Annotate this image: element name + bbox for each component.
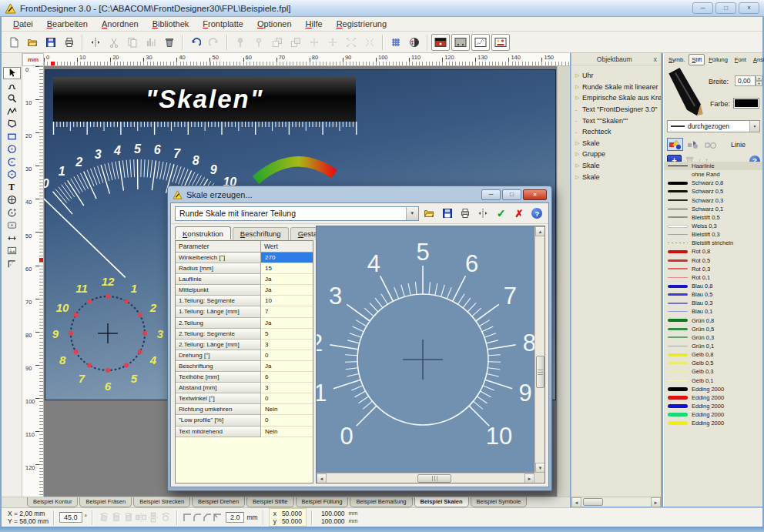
text-tool[interactable]: T <box>3 182 21 194</box>
rotate-left-icon[interactable] <box>110 512 122 523</box>
parameter-value-cell[interactable]: 0 <box>261 415 313 426</box>
bottom-tab[interactable]: Beispiel Kontur <box>27 497 78 507</box>
bottom-tab[interactable]: Beispiel Symbole <box>471 497 528 507</box>
parameter-value-cell[interactable]: 270 <box>261 253 313 263</box>
dialog-maximize-button[interactable]: □ <box>502 189 521 200</box>
table-row[interactable]: 2.Teilung: Länge [mm] 3 <box>176 340 313 350</box>
tree-expand-icon[interactable]: - <box>575 129 582 135</box>
pin-button[interactable] <box>231 34 250 51</box>
parameter-value-cell[interactable]: 7 <box>261 306 313 317</box>
menu-item[interactable]: Anordnen <box>95 18 146 31</box>
dropdown-arrow-icon[interactable]: ▼ <box>749 121 759 132</box>
parameter-name-cell[interactable]: 2.Teilung: Segmente <box>176 329 261 340</box>
scroll-down-icon[interactable]: ▼ <box>535 463 545 473</box>
scroll-up-icon[interactable]: ▲ <box>535 226 545 236</box>
line-style-item[interactable]: Bleistift 0,5 <box>664 213 762 222</box>
menu-item[interactable]: Bearbeiten <box>40 18 95 31</box>
line-style-item[interactable]: Grün 0,8 <box>664 316 762 325</box>
rectangle-tool[interactable] <box>3 131 21 143</box>
rotate-angle-icon[interactable] <box>98 512 110 523</box>
menu-item[interactable]: Datei <box>6 18 40 31</box>
parameter-name-cell[interactable]: 2.Teilung: Länge [mm] <box>176 340 261 350</box>
parameter-name-cell[interactable]: Mittelpunkt <box>176 285 261 296</box>
parameter-name-cell[interactable]: Beschriftung <box>176 361 261 372</box>
corner-dimension-tool[interactable] <box>3 258 21 270</box>
view-front-color-button[interactable] <box>431 34 450 51</box>
tree-item[interactable]: ▷ Skale <box>571 138 661 149</box>
preview-vertical-scrollbar[interactable]: ▲ ▼ <box>534 226 545 473</box>
parameter-value-cell[interactable]: 10 <box>261 296 313 306</box>
undo-button[interactable] <box>186 34 205 51</box>
object-tree-scrollbar[interactable]: ◄ ► <box>571 497 661 507</box>
table-row[interactable]: 2.Teilung Ja <box>176 318 313 329</box>
line-style-item[interactable]: Edding 2000 <box>664 410 762 419</box>
tree-item[interactable]: ▷ Runde Skale mit linearer <box>571 82 661 93</box>
line-style-select[interactable]: durchgezogen ▼ <box>667 120 760 132</box>
style-move-button[interactable] <box>685 138 701 151</box>
center-horizontal-button[interactable] <box>305 34 323 51</box>
parameter-value-cell[interactable]: 3 <box>261 340 313 350</box>
line-style-item[interactable]: Blau 0,5 <box>664 290 762 299</box>
curve-tool[interactable] <box>3 80 21 92</box>
tree-expand-icon[interactable]: ▷ <box>575 84 582 90</box>
line-style-item[interactable]: Grün 0,3 <box>664 333 762 342</box>
line-style-item[interactable]: Schwarz 0,5 <box>664 187 762 196</box>
line-style-item[interactable]: Grün 0,5 <box>664 325 762 333</box>
dialog-mirror-button[interactable] <box>476 206 491 221</box>
pen-width-input[interactable]: 0,00 <box>735 75 756 86</box>
corner-sharp-icon[interactable] <box>183 513 193 523</box>
line-style-item[interactable]: Edding 2000 <box>664 402 762 410</box>
grid-toggle-button[interactable] <box>387 34 405 51</box>
rotate-free-icon[interactable] <box>159 512 172 523</box>
line-style-item[interactable]: Schwarz 0,1 <box>664 205 762 213</box>
table-row[interactable]: Text mitdrehend Nein <box>176 427 313 437</box>
line-style-item[interactable]: Rot 0,8 <box>664 247 762 256</box>
parameter-name-cell[interactable]: Lauflinie <box>176 274 261 285</box>
line-style-item[interactable]: Blau 0,8 <box>664 282 762 290</box>
dialog-cancel-button[interactable]: ✗ <box>511 206 526 221</box>
pen-width-spinner[interactable]: ▲ ▼ <box>756 75 762 86</box>
tree-item[interactable]: ▷ Skale <box>571 171 661 182</box>
parameter-name-cell[interactable]: Richtung umkehren <box>176 404 261 415</box>
panel-close-icon[interactable]: x <box>654 55 658 63</box>
maximize-button[interactable]: □ <box>715 2 736 14</box>
open-file-button[interactable] <box>23 34 42 51</box>
mirror-button[interactable] <box>86 34 105 51</box>
line-style-item[interactable]: Grün 0,1 <box>664 342 762 350</box>
rotate-right-icon[interactable] <box>122 512 135 523</box>
send-to-back-button[interactable] <box>286 34 305 51</box>
tree-item[interactable]: - Text ""Skalen"" <box>571 115 661 126</box>
parameter-name-cell[interactable]: Radius [mm] <box>176 263 261 274</box>
parameter-name-cell[interactable]: Drehung [°] <box>176 350 261 361</box>
parameter-value-cell[interactable]: 5 <box>261 329 313 340</box>
parameter-name-cell[interactable]: 2.Teilung <box>176 318 261 329</box>
style-shapes-button[interactable] <box>667 138 683 151</box>
table-row[interactable]: Richtung umkehren Nein <box>176 404 313 415</box>
circle-tool[interactable] <box>3 143 21 156</box>
canvas-scrollbar-strip[interactable] <box>557 66 570 497</box>
scale-preset-select[interactable]: Runde Skale mit linearer Teilung ▼ <box>175 206 419 221</box>
tree-expand-icon[interactable]: ▷ <box>575 174 582 180</box>
dialog-minimize-button[interactable]: ─ <box>481 189 501 200</box>
close-button[interactable]: × <box>739 2 759 14</box>
table-row[interactable]: 2.Teilung: Segmente 5 <box>176 329 313 340</box>
select-tool[interactable] <box>3 67 21 79</box>
parameter-value-cell[interactable]: 15 <box>261 263 313 274</box>
table-row[interactable]: 1.Teilung: Länge [mm] 7 <box>176 306 313 317</box>
parameter-name-cell[interactable]: Winkelbereich [°] <box>176 253 261 263</box>
menu-item[interactable]: Registrierung <box>330 18 394 31</box>
view-front-gray-button[interactable] <box>451 34 470 51</box>
image-tool[interactable] <box>3 245 21 257</box>
dialog-print-button[interactable] <box>457 206 472 221</box>
tree-item[interactable]: - Rechteck <box>571 126 661 138</box>
dialog-tab[interactable]: Beschriftung <box>233 227 289 240</box>
line-style-item[interactable]: Gelb 0,5 <box>664 359 762 367</box>
flip-horizontal-icon[interactable] <box>135 512 147 523</box>
table-row[interactable]: Winkelbereich [°] 270 <box>176 253 313 263</box>
tree-expand-icon[interactable]: ▷ <box>575 95 582 101</box>
tree-expand-icon[interactable]: - <box>575 107 582 112</box>
tree-item[interactable]: ▷ Gruppe <box>571 149 661 160</box>
parameter-name-cell[interactable]: Texthöhe [mm] <box>176 372 261 383</box>
shrink-button[interactable] <box>360 34 379 51</box>
line-style-item[interactable]: Blau 0,3 <box>664 299 762 307</box>
